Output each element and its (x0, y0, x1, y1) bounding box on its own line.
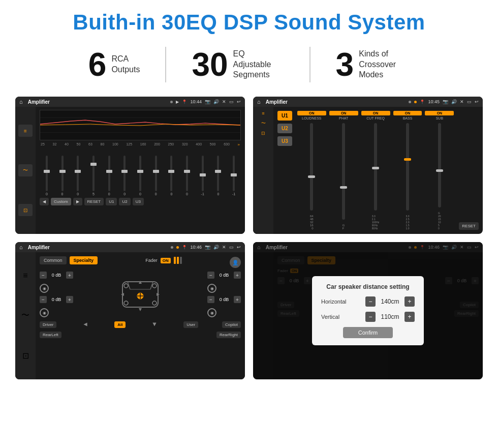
status-dot-1 (170, 101, 173, 103)
slider-handle-6[interactable] (121, 170, 128, 173)
slider-handle-11[interactable] (200, 173, 206, 176)
cr-icon-2[interactable]: 〜 (21, 310, 29, 321)
eq-icon-btn-3[interactable]: ⊡ (18, 204, 33, 216)
crossover-top-row: Common Specialty Fader ON (40, 256, 241, 268)
u2-btn[interactable]: U2 (119, 198, 130, 205)
slider-handle-13[interactable] (231, 173, 237, 176)
slider-track-4[interactable] (92, 156, 95, 191)
bass-handle[interactable] (404, 158, 411, 161)
cr-icon-1[interactable]: ≡ (23, 271, 27, 280)
amp-presets: U1 U2 U3 (277, 111, 292, 230)
slider-track-1[interactable] (46, 156, 48, 191)
cutfreq-on-btn[interactable]: ON (361, 111, 390, 115)
slider-track-2[interactable] (61, 156, 64, 191)
label-driver[interactable]: Driver (40, 321, 56, 328)
horizontal-stepper: − 140cm + (365, 296, 415, 307)
cutfreq-handle[interactable] (372, 167, 379, 169)
horizontal-value: 140cm (379, 298, 401, 305)
db-minus-bl[interactable]: − (40, 296, 47, 303)
db-plus-bl[interactable]: + (66, 296, 73, 303)
db-plus-tr[interactable]: + (234, 272, 241, 279)
db-minus-tr[interactable]: − (207, 272, 214, 279)
slider-track-8[interactable] (155, 156, 157, 191)
eq-icon-btn-2[interactable]: 〜 (18, 164, 33, 176)
u3-btn[interactable]: U3 (133, 198, 144, 205)
dialog-title: Car speaker distance setting (321, 283, 415, 290)
preset-u2[interactable]: U2 (277, 124, 292, 133)
loudness-handle[interactable] (308, 175, 315, 178)
tab-common[interactable]: Common (40, 256, 67, 264)
slider-track-10[interactable] (186, 156, 188, 191)
fader-on-badge[interactable]: ON (161, 258, 171, 263)
bass-on-btn[interactable]: ON (393, 111, 422, 115)
fader-bar-3 (180, 257, 182, 264)
slider-track-13[interactable] (233, 156, 235, 191)
user-avatar[interactable]: 👤 (230, 257, 241, 268)
amp-icon-eq[interactable]: ≡ (262, 111, 264, 116)
slider-col-10: 0 (180, 156, 194, 196)
car-layout-center (77, 272, 203, 317)
custom-btn[interactable]: Custom (51, 198, 71, 205)
label-rearleft[interactable]: RearLeft (40, 332, 61, 338)
slider-handle-3[interactable] (75, 170, 81, 173)
speaker-icon-row-4: ◉ (207, 308, 241, 317)
db-control-tr: − 0 dB + (207, 272, 241, 279)
vertical-minus-btn[interactable]: − (365, 312, 376, 322)
db-plus-br[interactable]: + (234, 296, 241, 303)
loudness-on-btn[interactable]: ON (297, 111, 326, 115)
slider-handle-5[interactable] (106, 170, 112, 173)
amp-sidebar: ≡ 〜 ⊡ (253, 107, 273, 234)
slider-handle-8[interactable] (153, 170, 159, 173)
eq-icon-btn-1[interactable]: ≡ (18, 125, 33, 137)
tab-specialty[interactable]: Specialty (70, 256, 98, 264)
phat-on-btn[interactable]: ON (329, 111, 358, 115)
slider-track-7[interactable] (139, 156, 141, 191)
amp-reset-btn[interactable]: RESET (459, 222, 479, 230)
amp-icon-speaker[interactable]: ⊡ (261, 131, 265, 136)
slider-val-1: 0 (46, 192, 48, 196)
stat-number-crossover: 3 (336, 48, 354, 81)
horizontal-plus-btn[interactable]: + (404, 296, 415, 307)
slider-track-11[interactable] (202, 156, 204, 191)
slider-track-6[interactable] (123, 156, 126, 191)
db-plus-tl[interactable]: + (66, 272, 73, 279)
label-copilot[interactable]: Copilot (222, 321, 241, 328)
db-minus-br[interactable]: − (207, 296, 214, 303)
horizontal-minus-btn[interactable]: − (365, 296, 376, 307)
vertical-plus-btn[interactable]: + (404, 312, 415, 322)
speaker-circle-1: ◉ (40, 284, 49, 293)
amp-status-dot-orange (414, 101, 417, 103)
slider-track-9[interactable] (170, 156, 172, 191)
slider-handle-12[interactable] (215, 170, 221, 173)
amp-icon-wave[interactable]: 〜 (261, 120, 266, 127)
slider-handle-1[interactable] (44, 170, 50, 173)
slider-handle-9[interactable] (168, 170, 174, 173)
label-rearright[interactable]: RearRight (216, 332, 241, 338)
slider-track-12[interactable] (217, 156, 219, 191)
slider-handle-4[interactable] (90, 163, 97, 166)
arrow-down[interactable] (149, 319, 160, 330)
db-minus-tl[interactable]: − (40, 272, 47, 279)
reset-btn[interactable]: RESET (84, 198, 104, 205)
amp-status-bar: ⌂ Amplifier 📍 10:45 📷 🔊 ✕ ▭ ↩ (253, 97, 483, 107)
slider-handle-2[interactable] (59, 170, 66, 173)
slider-handle-10[interactable] (184, 170, 190, 173)
label-all[interactable]: All (114, 321, 126, 328)
sub-on-btn[interactable]: ON (425, 111, 454, 115)
preset-u3[interactable]: U3 (277, 136, 292, 146)
sub-handle[interactable] (436, 169, 443, 172)
slider-track-3[interactable] (77, 156, 79, 191)
u1-btn[interactable]: U1 (106, 198, 117, 205)
preset-u1[interactable]: U1 (277, 111, 292, 121)
svg-point-15 (124, 284, 128, 288)
prev-btn[interactable]: ◀ (40, 198, 49, 205)
slider-col-9: 0 (165, 156, 179, 196)
arrow-left[interactable] (80, 319, 90, 330)
label-user[interactable]: User (183, 321, 198, 328)
confirm-button[interactable]: Confirm (343, 327, 393, 338)
slider-handle-7[interactable] (137, 170, 143, 173)
cr-icon-3[interactable]: ⊡ (22, 351, 29, 361)
next-btn[interactable]: ▶ (73, 198, 82, 205)
slider-track-5[interactable] (108, 156, 110, 191)
phat-handle[interactable] (340, 186, 347, 189)
